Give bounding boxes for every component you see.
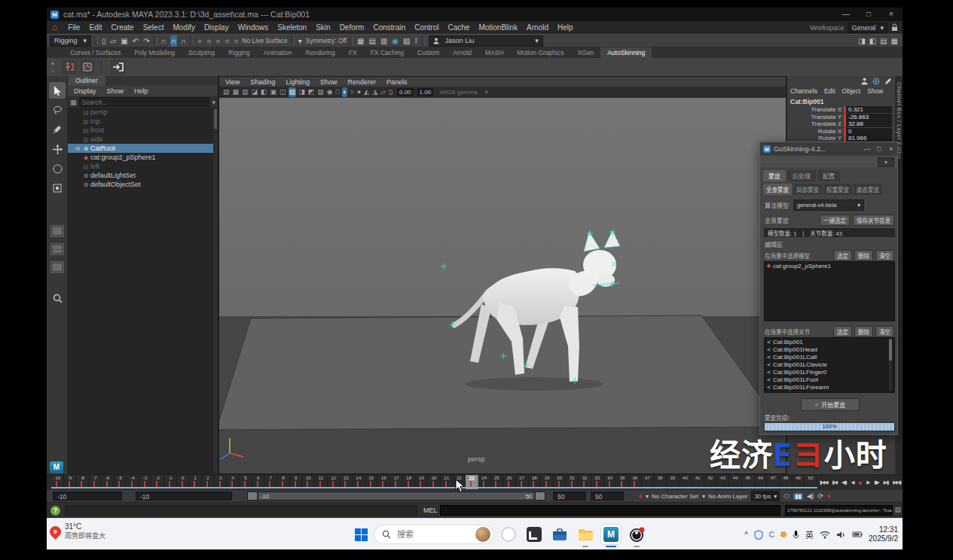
clear-button[interactable]: 清空 bbox=[875, 326, 894, 337]
shelf-tab[interactable]: Animation bbox=[257, 47, 299, 58]
render-current-frame-icon[interactable]: ▥ bbox=[380, 35, 388, 47]
menu-item[interactable]: Windows bbox=[234, 23, 273, 32]
select-camera-icon[interactable]: ▤ bbox=[222, 87, 231, 97]
animation-start-field[interactable]: -10 bbox=[53, 492, 122, 501]
range-end-handle[interactable] bbox=[536, 492, 545, 500]
toggle-attribute-editor-icon[interactable]: ◨ bbox=[857, 35, 866, 47]
shelf-menu-buttons[interactable]: ▾ ○ bbox=[47, 60, 59, 74]
viewport-panel[interactable]: ViewShadingLightingShowRendererPanels ▤▦… bbox=[218, 76, 787, 474]
color-space-dropdown[interactable]: sRGB gamma ▾ bbox=[439, 89, 487, 96]
goskinning-sub-tab[interactable]: 姿态蒙皮 bbox=[854, 184, 882, 195]
selection-mask-icon[interactable]: ○ bbox=[215, 35, 221, 47]
channel-attribute-value[interactable]: 0 bbox=[846, 128, 892, 135]
outliner-search-input[interactable] bbox=[79, 97, 210, 107]
oversampling-icon[interactable]: ◫ bbox=[279, 87, 287, 97]
search-highlight-image[interactable] bbox=[475, 527, 490, 542]
channel-box-object-name[interactable]: Cat:Bip001 bbox=[790, 98, 823, 105]
motion-blur-icon[interactable]: ○ bbox=[349, 87, 354, 97]
shelf-tab[interactable]: FX bbox=[342, 47, 364, 58]
menu-item[interactable]: Cache bbox=[443, 23, 474, 32]
close-button[interactable]: × bbox=[885, 142, 897, 156]
expand-icon[interactable]: ⊞ bbox=[74, 145, 81, 152]
undo-icon[interactable]: ↶ bbox=[132, 35, 139, 47]
shelf-dot-icon[interactable]: ○ bbox=[51, 67, 54, 74]
outliner-tab[interactable]: Outliner bbox=[68, 76, 105, 86]
person-icon[interactable] bbox=[861, 78, 868, 85]
bookmarks-icon[interactable]: ◪ bbox=[251, 87, 259, 97]
taskbar-app-snip[interactable] bbox=[524, 525, 544, 544]
shelf-tab[interactable]: Rigging bbox=[221, 47, 257, 58]
playback-button[interactable]: ■ bbox=[859, 479, 863, 486]
channel-attribute-row[interactable]: Translate X 0.321 bbox=[787, 106, 892, 113]
character-set-dropdown[interactable]: ▾ No Character Set bbox=[646, 493, 698, 500]
wifi-icon[interactable] bbox=[820, 531, 830, 539]
delete-button[interactable]: 删除 bbox=[854, 250, 873, 261]
joint-list[interactable]: < Cat:Bip001 < Cat:Bip001Head < Cat:Bip0… bbox=[764, 337, 895, 393]
snap-to-point-icon[interactable]: ∩ bbox=[170, 35, 177, 47]
exposure-field[interactable]: 0.00 bbox=[397, 88, 414, 96]
layout-two-pane-button[interactable] bbox=[50, 261, 64, 273]
live-surface-label[interactable]: No Live Surface bbox=[242, 37, 287, 44]
shelf-tab[interactable]: MASH bbox=[478, 47, 511, 58]
shelf-tab[interactable]: Motion Graphics bbox=[511, 47, 571, 58]
snap-to-surface-icon[interactable]: ∩ bbox=[180, 35, 187, 47]
security-shield-icon[interactable] bbox=[754, 530, 763, 540]
screen-space-ao-icon[interactable]: ◐ bbox=[342, 87, 347, 97]
shelf-tab[interactable]: Poly Modeling bbox=[128, 47, 182, 58]
pencil-icon[interactable] bbox=[884, 78, 892, 85]
selection-mask-icon[interactable]: ○ bbox=[233, 35, 239, 47]
taskbar-app-circle[interactable] bbox=[499, 525, 518, 544]
depth-of-field-icon[interactable]: ◭ bbox=[363, 87, 370, 97]
outliner-item[interactable]: persp bbox=[68, 108, 218, 117]
select-button[interactable]: 选定 bbox=[833, 250, 852, 261]
scrollbar-thumb[interactable] bbox=[889, 339, 892, 361]
joint-list-item[interactable]: < Cat:Bip001 bbox=[765, 338, 894, 345]
taskbar-app-maya[interactable]: M bbox=[601, 525, 621, 544]
shelf-tab[interactable]: AutoSkinning bbox=[600, 47, 652, 58]
outliner-item[interactable]: left bbox=[68, 162, 218, 171]
xray-joints-icon[interactable]: ▯ bbox=[388, 87, 393, 97]
viewport-menu-item[interactable]: Lighting bbox=[286, 78, 310, 86]
range-slider-inner[interactable] bbox=[258, 492, 534, 500]
channel-attribute-value[interactable]: 32.88 bbox=[846, 120, 892, 127]
multisample-aa-icon[interactable]: ● bbox=[356, 87, 362, 97]
set-key-icon[interactable]: ⬧ bbox=[639, 492, 642, 501]
menu-item[interactable]: Edit bbox=[84, 23, 106, 32]
shadows-icon[interactable]: □ bbox=[335, 87, 341, 97]
chevron-down-icon[interactable]: ▾ bbox=[212, 99, 215, 106]
ipr-render-icon[interactable]: ◉ bbox=[391, 35, 399, 47]
channel-attribute-value[interactable]: 0.321 bbox=[846, 106, 892, 113]
goskinning-menu-dropdown[interactable]: ▾ bbox=[878, 157, 894, 167]
playback-button[interactable]: ▶▮ bbox=[884, 479, 889, 485]
outliner-menu-item[interactable]: Display bbox=[74, 87, 96, 95]
grease-pencil-icon[interactable]: ▧ bbox=[289, 87, 297, 97]
chevron-down-icon[interactable]: ▾ bbox=[298, 35, 303, 47]
viewport-menu-item[interactable]: Shading bbox=[250, 78, 275, 86]
outliner-item[interactable]: top bbox=[68, 117, 218, 126]
battery-icon[interactable] bbox=[852, 531, 863, 538]
outliner-item[interactable]: front bbox=[68, 126, 218, 135]
maximize-button[interactable]: □ bbox=[857, 8, 880, 21]
sync-app-icon[interactable]: C bbox=[769, 531, 774, 539]
use-all-lights-icon[interactable]: ◉ bbox=[326, 87, 334, 97]
joint-list-item[interactable]: < Cat:Bip001LForearm bbox=[765, 383, 894, 391]
outliner-item[interactable]: defaultLightSet bbox=[68, 171, 218, 180]
redo-icon[interactable]: ↷ bbox=[142, 35, 150, 47]
playback-button[interactable]: ▶ bbox=[866, 479, 869, 485]
delete-button[interactable]: 删除 bbox=[854, 326, 873, 337]
gamma-field[interactable]: 1.00 bbox=[417, 88, 434, 96]
taskbar-app-obs[interactable] bbox=[627, 525, 646, 544]
range-start-handle[interactable] bbox=[248, 492, 257, 500]
outliner-item[interactable]: side bbox=[68, 135, 218, 144]
shelf-tab[interactable]: Curves / Surfaces bbox=[63, 47, 128, 58]
joint-list-item[interactable]: < Cat:Bip001LFoot bbox=[765, 376, 894, 383]
joint-list-item[interactable]: < Cat:Bip001LClavicle bbox=[765, 361, 894, 368]
joint-list-item[interactable]: < Cat:Bip001Head bbox=[765, 345, 894, 353]
save-joint-info-button[interactable]: 保存关节信息 bbox=[853, 215, 894, 226]
taskbar-clock[interactable]: 12:31 2025/9/2 bbox=[869, 525, 898, 543]
taskbar-app-briefcase[interactable] bbox=[550, 525, 570, 544]
save-scene-icon[interactable]: ▣ bbox=[120, 35, 128, 47]
image-plane-icon[interactable]: ◧ bbox=[260, 87, 268, 97]
menu-item[interactable]: Help bbox=[553, 23, 578, 32]
scale-tool[interactable] bbox=[49, 180, 66, 196]
